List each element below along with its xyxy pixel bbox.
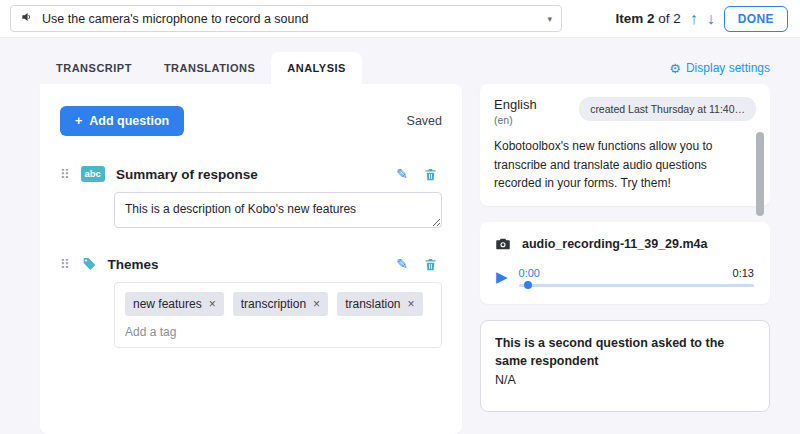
tabs-row: TRANSCRIPT TRANSLATIONS ANALYSIS ⚙ Displ… <box>40 52 770 84</box>
duration: 0:13 <box>733 267 754 279</box>
audio-header: audio_recording-11_39_29.m4a <box>494 235 756 253</box>
question-answer-area: This is a description of Kobo's new feat… <box>114 192 442 232</box>
kobo-submission-viewer: Use the camera's microphone to record a … <box>0 0 800 434</box>
remove-tag-icon[interactable]: × <box>209 298 216 310</box>
analysis-toolbar: + Add question Saved <box>60 106 442 136</box>
scrollbar-thumb[interactable] <box>756 132 764 216</box>
tag-chip[interactable]: translation × <box>337 292 422 316</box>
edit-icon[interactable]: ✎ <box>396 256 408 272</box>
add-tag-input[interactable] <box>125 325 416 339</box>
transcript-header: English (en) created Last Thursday at 11… <box>494 97 756 126</box>
tab-transcript[interactable]: TRANSCRIPT <box>40 52 148 84</box>
play-button[interactable]: ▶ <box>496 269 508 284</box>
audio-progress-bar[interactable] <box>519 284 754 287</box>
display-settings-label: Display settings <box>686 61 770 75</box>
second-question-title: This is a second question asked to the s… <box>495 334 755 370</box>
remove-tag-icon[interactable]: × <box>313 298 320 310</box>
topbar: Use the camera's microphone to record a … <box>0 0 800 38</box>
tag-label: new features <box>133 297 202 311</box>
second-question-card: This is a second question asked to the s… <box>480 320 770 412</box>
display-settings-link[interactable]: ⚙ Display settings <box>669 61 770 76</box>
edit-icon[interactable]: ✎ <box>396 166 408 182</box>
analysis-panel: + Add question Saved ⠿ abc Summary of re… <box>40 84 462 434</box>
trash-icon[interactable] <box>423 167 438 182</box>
tag-question-type-icon <box>81 256 97 272</box>
add-question-label: Add question <box>89 114 169 128</box>
previous-item-button[interactable]: ↑ <box>690 11 698 27</box>
audio-player: ▶ 0:00 0:13 <box>494 267 756 291</box>
camera-icon <box>494 235 512 253</box>
created-badge[interactable]: created Last Thursday at 11:40… <box>579 97 756 121</box>
language-block: English (en) <box>494 97 537 126</box>
done-button[interactable]: DONE <box>724 6 788 32</box>
tab-analysis[interactable]: ANALYSIS <box>271 52 362 84</box>
question-header: ⠿ abc Summary of response ✎ <box>60 166 442 182</box>
tag-chip[interactable]: new features × <box>125 292 224 316</box>
drag-handle-icon[interactable]: ⠿ <box>60 257 70 272</box>
summary-answer-input[interactable]: This is a description of Kobo's new feat… <box>114 192 442 228</box>
question-select[interactable]: Use the camera's microphone to record a … <box>10 5 562 32</box>
audio-progress-thumb[interactable] <box>524 281 532 289</box>
analysis-question-summary: ⠿ abc Summary of response ✎ This is a de… <box>60 166 442 232</box>
transcript-card: English (en) created Last Thursday at 11… <box>480 84 770 206</box>
item-counter-total: of 2 <box>658 11 681 26</box>
audio-times: 0:00 0:13 <box>519 267 754 279</box>
tab-translations[interactable]: TRANSLATIONS <box>148 52 271 84</box>
item-counter: Item 2 of 2 <box>615 11 680 26</box>
question-select-label: Use the camera's microphone to record a … <box>42 12 308 26</box>
main-area: TRANSCRIPT TRANSLATIONS ANALYSIS ⚙ Displ… <box>0 38 800 434</box>
text-question-type-icon: abc <box>81 166 105 182</box>
next-item-button[interactable]: ↓ <box>707 11 715 27</box>
tag-label: transcription <box>241 297 306 311</box>
second-question-value: N/A <box>495 373 755 387</box>
remove-tag-icon[interactable]: × <box>408 298 415 310</box>
trash-icon[interactable] <box>423 257 438 272</box>
question-answer-area: new features × transcription × translati… <box>114 282 442 348</box>
language-code: (en) <box>494 114 537 126</box>
audio-track-area: 0:00 0:13 <box>519 267 754 287</box>
add-question-button[interactable]: + Add question <box>60 106 184 136</box>
question-title: Themes <box>108 257 159 272</box>
content: + Add question Saved ⠿ abc Summary of re… <box>40 84 770 434</box>
audio-filename: audio_recording-11_39_29.m4a <box>522 237 708 251</box>
question-title: Summary of response <box>116 167 258 182</box>
transcript-text: Kobotoolbox's new functions allow you to… <box>494 137 756 193</box>
audio-card: audio_recording-11_39_29.m4a ▶ 0:00 0:13 <box>480 222 770 304</box>
analysis-question-themes: ⠿ Themes ✎ <box>60 256 442 348</box>
question-header: ⠿ Themes ✎ <box>60 256 442 272</box>
tags-editor: new features × transcription × translati… <box>114 282 442 348</box>
current-time: 0:00 <box>519 267 540 279</box>
chevron-down-icon: ▾ <box>547 14 552 24</box>
drag-handle-icon[interactable]: ⠿ <box>60 167 70 182</box>
question-actions: ✎ <box>396 256 442 272</box>
item-counter-current: Item 2 <box>615 11 654 26</box>
language-name: English <box>494 97 537 112</box>
sidebar: English (en) created Last Thursday at 11… <box>480 84 770 412</box>
question-actions: ✎ <box>396 166 442 182</box>
plus-icon: + <box>75 114 82 128</box>
saved-status: Saved <box>407 114 442 128</box>
gear-icon: ⚙ <box>669 61 681 76</box>
tags-list: new features × transcription × translati… <box>125 292 431 316</box>
tag-chip[interactable]: transcription × <box>233 292 328 316</box>
item-navigation: Item 2 of 2 ↑ ↓ DONE <box>615 6 790 32</box>
tag-label: translation <box>345 297 400 311</box>
speaker-icon <box>20 10 34 27</box>
